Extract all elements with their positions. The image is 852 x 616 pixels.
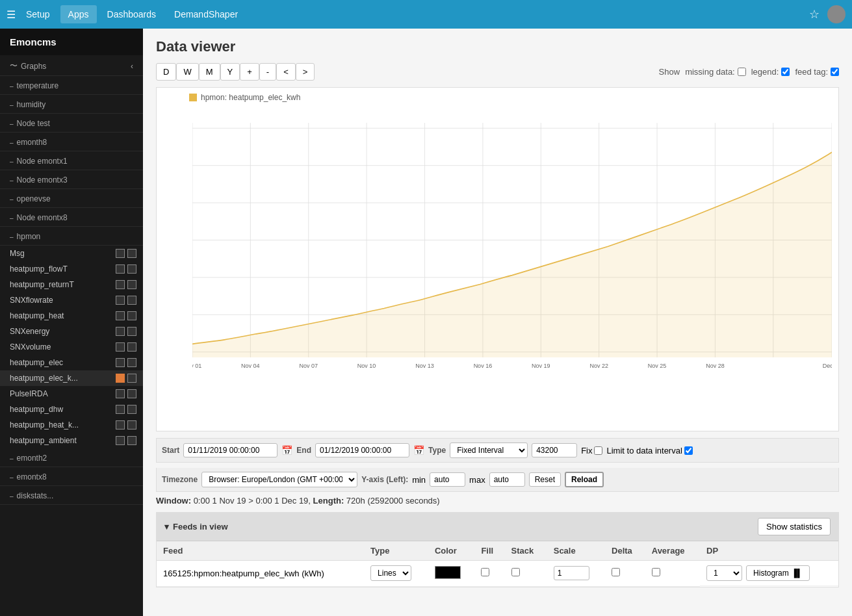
scale-input[interactable] xyxy=(554,566,589,580)
limit-checkbox[interactable] xyxy=(684,446,693,455)
feed-tag-checkbox[interactable] xyxy=(831,68,839,76)
feed-icon-1[interactable] xyxy=(116,342,125,352)
min-label: min xyxy=(412,475,426,485)
feed-icon-1[interactable] xyxy=(116,280,125,289)
nav-setup[interactable]: Setup xyxy=(18,5,58,23)
hamburger-icon[interactable]: ☰ xyxy=(6,8,16,21)
stack-checkbox[interactable] xyxy=(511,568,520,576)
feed-type-select[interactable]: LinesBarStep xyxy=(370,565,411,581)
sidebar-group-node-emontx8[interactable]: – Node emontx8 xyxy=(0,208,143,227)
sidebar-item-msg[interactable]: Msg xyxy=(0,246,143,261)
feeds-table: FeedTypeColorFillStackScaleDeltaAverageD… xyxy=(157,541,838,587)
sidebar-group-emontx8[interactable]: – emontx8 xyxy=(0,467,143,486)
sidebar-group-diskstats...[interactable]: – diskstats... xyxy=(0,486,143,505)
sidebar-item-heatpump_elec_k...[interactable]: heatpump_elec_k... xyxy=(0,370,143,386)
timezone-select[interactable]: Browser: Europe/London (GMT +00:00) xyxy=(201,472,357,487)
feed-icon-2[interactable] xyxy=(127,280,136,289)
feed-icon-2[interactable] xyxy=(127,342,136,352)
sidebar-group-emonth2[interactable]: – emonth2 xyxy=(0,448,143,467)
period-btn-+[interactable]: + xyxy=(240,63,259,81)
period-btn-w[interactable]: W xyxy=(176,63,198,81)
feed-icon-1[interactable] xyxy=(116,420,125,430)
period-btn-m[interactable]: M xyxy=(199,63,220,81)
sidebar-item-heatpump_heat_k...[interactable]: heatpump_heat_k... xyxy=(0,417,143,433)
sidebar-item-heatpump_elec[interactable]: heatpump_elec xyxy=(0,355,143,370)
sidebar-group-openevse[interactable]: – openevse xyxy=(0,189,143,208)
sidebar-item-heatpump_ambient[interactable]: heatpump_ambient xyxy=(0,433,143,448)
sidebar-group-emonth8[interactable]: – emonth8 xyxy=(0,133,143,151)
feed-icon-2[interactable] xyxy=(127,327,136,336)
max-input[interactable] xyxy=(489,472,525,487)
fix-checkbox[interactable] xyxy=(594,446,602,455)
sidebar-item-snxenergy[interactable]: SNXenergy xyxy=(0,324,143,339)
type-select[interactable]: Fixed IntervalVariable IntervalDaily xyxy=(450,443,528,458)
nav-dashboards[interactable]: Dashboards xyxy=(99,5,164,23)
histogram-button[interactable]: Histogram ▐▌ xyxy=(746,565,810,581)
feed-icon-1[interactable] xyxy=(116,436,125,445)
sidebar-group-node-emontx1[interactable]: – Node emontx1 xyxy=(0,151,143,170)
feeds-collapse-icon[interactable]: ▾ xyxy=(164,522,169,532)
feed-icon-2[interactable] xyxy=(127,264,136,274)
sidebar-group-humidity[interactable]: – humidity xyxy=(0,95,143,114)
dp-select[interactable]: 01234 xyxy=(706,565,742,581)
start-calendar-icon[interactable]: 📅 xyxy=(281,445,292,456)
feed-icon-2[interactable] xyxy=(127,249,136,258)
feed-icon-2[interactable] xyxy=(127,311,136,320)
feed-icon-1[interactable] xyxy=(116,311,125,320)
period-btn-d[interactable]: D xyxy=(156,63,176,81)
end-calendar-icon[interactable]: 📅 xyxy=(413,445,424,456)
sidebar-graphs[interactable]: 〜 Graphs ‹ xyxy=(0,55,143,76)
sidebar-item-heatpump_flowt[interactable]: heatpump_flowT xyxy=(0,261,143,277)
feed-icon-2[interactable] xyxy=(127,436,136,445)
period-btn--[interactable]: - xyxy=(259,63,276,81)
feed-icon-1[interactable] xyxy=(116,405,125,414)
feed-icon-2[interactable] xyxy=(127,405,136,414)
legend-checkbox[interactable] xyxy=(781,68,790,76)
reload-button[interactable]: Reload xyxy=(565,472,604,487)
average-checkbox[interactable] xyxy=(652,568,660,576)
period-btn-y[interactable]: Y xyxy=(220,63,240,81)
nav-apps[interactable]: Apps xyxy=(60,5,97,23)
feed-icon-2[interactable] xyxy=(127,420,136,430)
sidebar-item-heatpump_dhw[interactable]: heatpump_dhw xyxy=(0,402,143,417)
color-swatch[interactable] xyxy=(435,566,461,579)
sidebar-back-icon[interactable]: ‹ xyxy=(131,62,133,71)
feed-icon-1[interactable] xyxy=(116,358,125,367)
interval-input[interactable] xyxy=(532,443,577,457)
feed-icon-2[interactable] xyxy=(127,374,136,383)
nav-demandshaper[interactable]: DemandShaper xyxy=(166,5,246,23)
sidebar-group-hpmon[interactable]: – hpmon xyxy=(0,227,143,246)
col-stack: Stack xyxy=(505,541,547,561)
feed-icon-1[interactable] xyxy=(116,264,125,274)
end-input[interactable] xyxy=(315,443,409,457)
star-icon[interactable]: ☆ xyxy=(809,7,820,21)
feed-icon-2[interactable] xyxy=(127,296,136,305)
sidebar-group-node-test[interactable]: – Node test xyxy=(0,114,143,133)
feed-icon-1[interactable] xyxy=(116,327,125,336)
sidebar-item-heatpump_heat[interactable]: heatpump_heat xyxy=(0,308,143,324)
sidebar-item-pulseirda[interactable]: PulseIRDA xyxy=(0,386,143,402)
col-feed: Feed xyxy=(157,541,364,561)
feed-icon-1[interactable] xyxy=(116,374,125,383)
period-btn->[interactable]: > xyxy=(296,63,315,81)
user-avatar[interactable] xyxy=(827,5,846,23)
start-input[interactable] xyxy=(183,443,278,457)
feed-icon-2[interactable] xyxy=(127,358,136,367)
missing-data-checkbox[interactable] xyxy=(738,68,746,76)
sidebar-item-snxvolume[interactable]: SNXvolume xyxy=(0,339,143,355)
delta-checkbox[interactable] xyxy=(612,568,620,576)
min-input[interactable] xyxy=(430,472,465,487)
feed-icon-2[interactable] xyxy=(127,389,136,398)
sidebar-item-snxflowrate[interactable]: SNXflowrate xyxy=(0,292,143,308)
feeds-section: ▾ Feeds in view Show statistics FeedType… xyxy=(156,512,839,587)
feed-icon-1[interactable] xyxy=(116,296,125,305)
reset-button[interactable]: Reset xyxy=(529,472,561,487)
sidebar-item-heatpump_returnt[interactable]: heatpump_returnT xyxy=(0,277,143,292)
feed-icon-1[interactable] xyxy=(116,389,125,398)
sidebar-group-temperature[interactable]: – temperature xyxy=(0,76,143,95)
feed-icon-1[interactable] xyxy=(116,249,125,258)
period-btn-<[interactable]: < xyxy=(276,63,296,81)
fill-checkbox[interactable] xyxy=(481,568,489,576)
show-statistics-button[interactable]: Show statistics xyxy=(758,518,831,535)
sidebar-group-node-emontx3[interactable]: – Node emontx3 xyxy=(0,170,143,189)
